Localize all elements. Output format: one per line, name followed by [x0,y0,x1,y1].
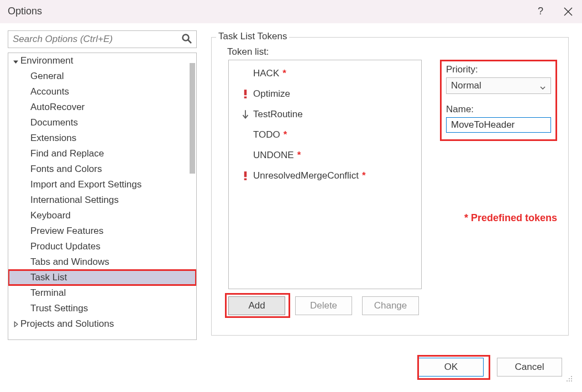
tree-item[interactable]: Keyboard [8,208,196,223]
svg-rect-10 [569,378,570,379]
group-legend: Task List Tokens [216,31,289,42]
expander-closed-icon[interactable] [12,320,19,328]
svg-rect-4 [244,90,247,95]
predefined-marker: * [362,170,366,181]
titlebar: Options ? [0,0,582,23]
close-button[interactable] [554,0,582,23]
tree-label: Fonts and Colors [30,164,102,175]
svg-rect-9 [571,376,572,377]
cancel-button[interactable]: Cancel [497,358,562,377]
predefined-marker: * [284,129,287,140]
priority-label: Priority: [446,64,551,75]
change-button[interactable]: Change [362,296,419,315]
priority-icon [240,109,251,119]
tree-item[interactable]: Terminal [8,285,196,301]
tree-label: Accounts [30,86,69,97]
svg-rect-8 [244,178,247,180]
tree-label: Terminal [30,288,66,299]
token-row[interactable]: UnresolvedMergeConflict* [229,165,421,186]
task-list-tokens-group: Task List Tokens Token list: HACK*Optimi… [211,37,569,336]
priority-icon [240,89,251,99]
resize-grip[interactable] [565,374,573,385]
token-list-label: Token list: [227,46,269,58]
tree-label: AutoRecover [30,102,85,113]
tree-label: Task List [30,272,67,283]
search-input[interactable] [8,30,197,48]
svg-rect-12 [567,380,568,381]
help-button[interactable]: ? [527,0,554,23]
tree-item[interactable]: Extensions [8,130,196,146]
tree-item[interactable]: Trust Settings [8,301,196,316]
tree-label: Projects and Solutions [20,318,114,330]
token-list[interactable]: HACK*OptimizeTestRoutineTODO*UNDONE*Unre… [228,60,422,289]
tree-item[interactable]: General [8,69,196,84]
token-row[interactable]: TestRoutine [229,104,421,124]
svg-rect-5 [244,96,247,98]
svg-point-2 [183,35,189,41]
tree-label: Documents [30,117,78,128]
svg-line-3 [188,40,191,43]
tree-label: Keyboard [30,210,71,221]
tree-node-environment[interactable]: Environment [8,53,196,69]
tree-label: Import and Export Settings [30,179,141,190]
token-row[interactable]: TODO* [229,124,421,145]
token-name: TestRoutine [251,109,303,120]
tree-label: Find and Replace [30,148,104,159]
window-title: Options [8,6,42,17]
tree-item[interactable]: AutoRecover [8,100,196,115]
tree-item[interactable]: Documents [8,115,196,130]
chevron-down-icon [539,83,546,94]
name-input[interactable] [446,117,551,133]
options-tree[interactable]: Environment GeneralAccountsAutoRecoverDo… [8,53,197,340]
svg-rect-14 [571,380,572,381]
priority-name-panel: Priority: Normal Name: [440,60,557,141]
tree-item[interactable]: Task List [8,270,196,285]
token-name: TODO [251,129,280,140]
token-name: UNDONE [251,150,294,161]
priority-select[interactable]: Normal [446,77,551,94]
predefined-tokens-note: * Predefined tokens [464,212,557,224]
token-row[interactable]: Optimize [229,83,421,104]
predefined-marker: * [297,150,301,161]
tree-item[interactable]: Fonts and Colors [8,161,196,177]
expander-open-icon[interactable] [12,57,19,65]
search-icon [181,33,192,47]
tree-item[interactable]: Preview Features [8,223,196,239]
tree-item[interactable]: Tabs and Windows [8,254,196,270]
token-name: HACK [251,68,279,79]
tree-label: Preview Features [30,226,103,237]
token-row[interactable]: UNDONE* [229,145,421,165]
priority-value: Normal [451,80,481,91]
tree-label: Extensions [30,133,76,144]
tree-item[interactable]: Find and Replace [8,146,196,161]
priority-icon [240,171,251,181]
tree-label: Environment [20,55,73,66]
tree-label: Tabs and Windows [30,257,109,268]
tree-item[interactable]: Import and Export Settings [8,177,196,192]
svg-rect-7 [244,171,247,177]
tree-item[interactable]: Product Updates [8,239,196,254]
svg-rect-11 [571,378,572,379]
name-label: Name: [446,104,551,115]
add-button[interactable]: Add [228,296,285,315]
predefined-marker: * [282,68,286,79]
delete-button[interactable]: Delete [295,296,352,315]
token-name: UnresolvedMergeConflict [251,170,359,181]
scrollbar-thumb[interactable] [190,63,195,174]
close-icon [564,7,573,16]
tree-node-projects[interactable]: Projects and Solutions [8,316,196,332]
tree-label: International Settings [30,195,119,206]
tree-item[interactable]: International Settings [8,192,196,208]
tree-label: General [30,71,64,82]
token-name: Optimize [251,88,290,100]
svg-rect-13 [569,380,570,381]
ok-button[interactable]: OK [418,358,484,377]
token-row[interactable]: HACK* [229,63,421,83]
tree-label: Product Updates [30,241,101,252]
tree-item[interactable]: Accounts [8,84,196,100]
tree-label: Trust Settings [30,303,88,314]
